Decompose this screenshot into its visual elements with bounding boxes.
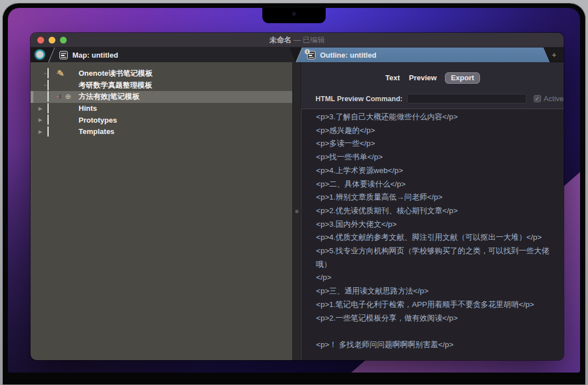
- outline-view-icon: i: [307, 51, 315, 59]
- segment-text[interactable]: Text: [385, 73, 400, 82]
- tab-edge: [296, 47, 302, 62]
- note-title[interactable]: 考研数学真题整理模板: [79, 80, 152, 90]
- note-title[interactable]: Hints: [79, 104, 97, 113]
- code-line: <p>找一些书单</p>: [316, 150, 556, 164]
- view-circle-icon[interactable]: [34, 49, 45, 60]
- outline-row[interactable]: ▶ Templates: [31, 126, 292, 138]
- outline-row[interactable]: ✎ Onenote读书笔记模板: [31, 68, 292, 80]
- disclosure-triangle-icon[interactable]: ▶: [37, 106, 47, 111]
- splitter-handle[interactable]: [295, 210, 299, 213]
- code-line: </p>: [316, 271, 556, 284]
- outline-row[interactable]: ▶ Hints: [31, 103, 292, 115]
- close-button[interactable]: [37, 37, 44, 44]
- note-icon: [47, 68, 49, 79]
- code-line: <p>5.找专业方向机构网页（学校够购买了的之类，可以找到一些大佬哦）: [316, 244, 556, 271]
- code-line: <p>！ 多找老师问问题啊啊啊别害羞</p>: [316, 338, 556, 352]
- code-line: <p>1.笔记电子化利于检索，APP用着顺手不要贪多花里胡哨</p>: [316, 298, 556, 312]
- app-window: 未命名 — 已编辑 Map: untitled: [31, 33, 564, 360]
- window-controls: [37, 37, 67, 44]
- window-title: 未命名 — 已编辑: [31, 35, 564, 45]
- html-preview-command-label: HTML Preview Command:: [315, 95, 403, 103]
- disclosure-triangle-icon[interactable]: ▶: [37, 117, 47, 123]
- note-icon: [47, 91, 49, 102]
- code-line: <p>1.辨别文章质量高低→问老师</p>: [316, 191, 556, 204]
- tab-outline-label: Outline: untitled: [320, 51, 377, 59]
- map-pane[interactable]: ✎ Onenote读书笔记模板 考研数学真题整理模板: [31, 62, 292, 360]
- code-line: <p>4.优质文献的参考文献、脚注引用文献（可以抠出一大堆）</p>: [316, 231, 556, 244]
- disclosure-triangle-icon[interactable]: ▶: [37, 129, 47, 135]
- tab-badge-icon: i: [305, 49, 310, 54]
- circle-plus-icon[interactable]: ⊕: [65, 93, 71, 101]
- outline-row[interactable]: 考研数学真题整理模板: [31, 80, 292, 92]
- active-checkbox[interactable]: ✓: [534, 95, 541, 102]
- outline-row-selected[interactable]: ⬇ ⊕ 方法有效|笔记模板: [31, 91, 292, 103]
- code-line: <p>2.一些笔记模板分享，做有效阅读</p>: [316, 312, 556, 325]
- code-line: <p>二、具体要读什么</p>: [316, 178, 556, 191]
- pane-splitter[interactable]: [292, 62, 301, 360]
- add-tab-button[interactable]: +: [549, 49, 559, 60]
- segment-preview[interactable]: Preview: [409, 73, 436, 82]
- html-preview-command-input[interactable]: [407, 94, 526, 103]
- active-checkbox-label: Active: [544, 94, 564, 103]
- tab-outline[interactable]: i Outline: untitled: [296, 47, 550, 62]
- link-stub-icon: [44, 96, 46, 97]
- tab-map[interactable]: Map: untitled: [48, 47, 296, 62]
- code-line: <p>三、通用读文献思路方法</p>: [316, 284, 556, 298]
- export-pane: Text Preview Export HTML Preview Command…: [301, 62, 564, 360]
- desktop-wallpaper: 未命名 — 已编辑 Map: untitled: [8, 8, 580, 373]
- link-stub-icon: [44, 73, 46, 74]
- note-title[interactable]: 方法有效|笔记模板: [79, 92, 140, 102]
- container-icon: [47, 114, 49, 125]
- link-stub-icon: [44, 85, 46, 86]
- zoom-button[interactable]: [60, 37, 67, 44]
- note-title[interactable]: Onenote读书笔记模板: [79, 68, 153, 79]
- segment-export[interactable]: Export: [445, 72, 479, 84]
- code-line: <p>2.优先读优质期刊、核心期刊文章</p>: [316, 204, 556, 218]
- link-stub-icon: [57, 73, 59, 74]
- code-line: [316, 352, 556, 360]
- note-title[interactable]: Templates: [79, 127, 114, 136]
- container-icon: [47, 103, 49, 114]
- code-line: <p>3.了解自己大概还能做些什么内容</p>: [316, 110, 556, 124]
- tab-bar: Map: untitled i Outline: untitled +: [31, 47, 564, 62]
- code-line: <p>感兴趣的</p>: [316, 124, 556, 137]
- link-stub-icon: [57, 96, 59, 97]
- code-line: [316, 325, 556, 338]
- html-preview-command-row: HTML Preview Command: ✓ Active: [301, 94, 564, 103]
- container-icon: [47, 126, 49, 137]
- text-preview-export-segmented-control: Text Preview Export: [301, 73, 564, 82]
- map-view-icon: [59, 51, 68, 59]
- outline-row[interactable]: ▶ Prototypes: [31, 114, 292, 126]
- minimize-button[interactable]: [49, 37, 55, 44]
- laptop-bezel: 未命名 — 已编辑 Map: untitled: [2, 3, 586, 385]
- notch-camera-icon: [292, 12, 296, 16]
- code-line: <p>4.上学术资源web</p>: [316, 164, 556, 178]
- window-titlebar[interactable]: 未命名 — 已编辑: [31, 33, 564, 47]
- note-title[interactable]: Prototypes: [79, 116, 117, 124]
- tab-map-label: Map: untitled: [72, 51, 118, 59]
- export-header: Text Preview Export HTML Preview Command…: [301, 62, 564, 109]
- code-line: <p>多读一些</p>: [316, 137, 556, 150]
- tab-edge: [48, 47, 55, 62]
- export-code-view[interactable]: <p>3.了解自己大概还能做些什么内容</p> <p>感兴趣的</p> <p>多…: [301, 109, 564, 360]
- note-icon: [47, 80, 49, 90]
- code-line: <p>3.国内外大佬文</p>: [316, 218, 556, 231]
- display-notch: [262, 8, 326, 23]
